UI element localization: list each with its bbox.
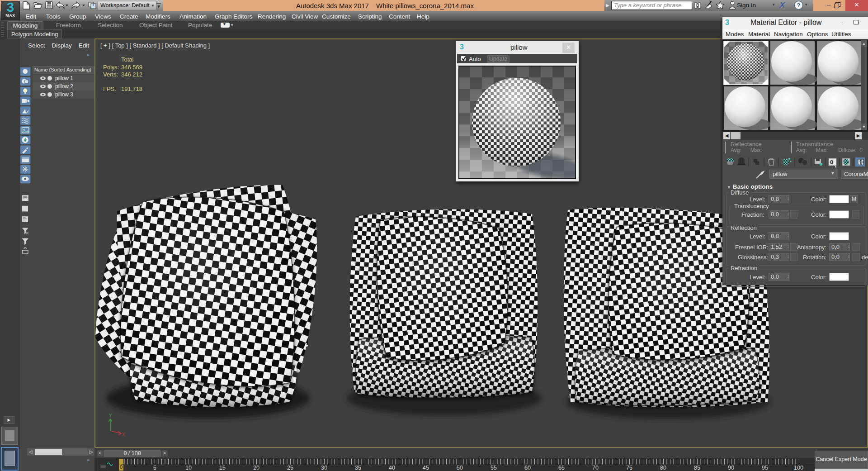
svg-text:0: 0 (120, 464, 123, 470)
svg-text:70: 70 (592, 465, 599, 471)
svg-text:Y: Y (109, 413, 112, 418)
svg-text:35: 35 (355, 465, 361, 471)
svg-text:10: 10 (185, 465, 192, 471)
svg-text:15: 15 (219, 465, 226, 471)
svg-text:55: 55 (491, 465, 497, 471)
svg-text:75: 75 (626, 465, 632, 471)
svg-text:20: 20 (253, 465, 259, 471)
svg-text:85: 85 (694, 465, 700, 471)
svg-text:90: 90 (728, 465, 734, 471)
svg-text:100: 100 (794, 465, 803, 471)
svg-text:65: 65 (558, 465, 565, 471)
svg-text:25: 25 (287, 465, 293, 471)
svg-text:80: 80 (660, 465, 666, 471)
svg-text:30: 30 (321, 465, 327, 471)
svg-text:5: 5 (153, 465, 156, 471)
svg-text:60: 60 (524, 465, 531, 471)
svg-text:0: 0 (830, 159, 833, 166)
svg-text:40: 40 (389, 465, 395, 471)
svg-text:50: 50 (457, 465, 463, 471)
svg-text:X: X (122, 432, 125, 437)
svg-text:45: 45 (423, 465, 429, 471)
svg-text:95: 95 (762, 465, 768, 471)
